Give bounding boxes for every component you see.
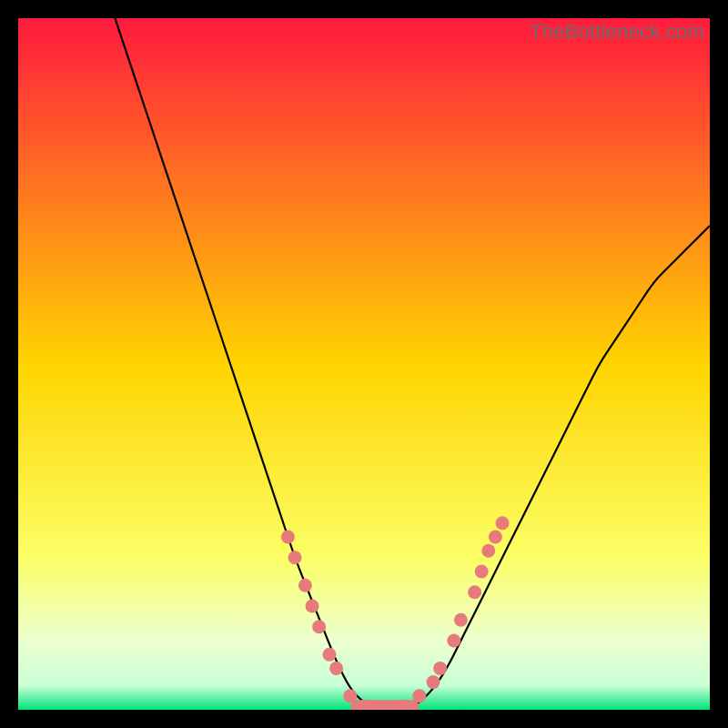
watermark-text: TheBottleneck.com bbox=[530, 20, 704, 44]
curve-marker bbox=[475, 565, 489, 579]
curve-marker bbox=[496, 516, 510, 530]
chart-svg bbox=[18, 18, 710, 710]
curve-marker bbox=[306, 600, 319, 613]
curve-marker bbox=[489, 531, 502, 544]
curve-marker bbox=[329, 662, 343, 675]
chart-background bbox=[18, 18, 710, 710]
curve-marker bbox=[312, 620, 326, 633]
curve-marker bbox=[281, 531, 295, 544]
curve-marker bbox=[454, 613, 468, 627]
curve-marker bbox=[427, 675, 440, 689]
curve-marker bbox=[288, 551, 302, 564]
curve-marker bbox=[481, 544, 495, 558]
curve-marker bbox=[433, 662, 447, 675]
curve-marker bbox=[447, 634, 460, 648]
curve-marker bbox=[412, 689, 426, 703]
curve-marker bbox=[298, 579, 312, 592]
chart-frame: TheBottleneck.com bbox=[18, 18, 710, 710]
curve-marker bbox=[468, 585, 481, 599]
curve-marker bbox=[343, 689, 357, 703]
curve-marker bbox=[323, 648, 337, 662]
